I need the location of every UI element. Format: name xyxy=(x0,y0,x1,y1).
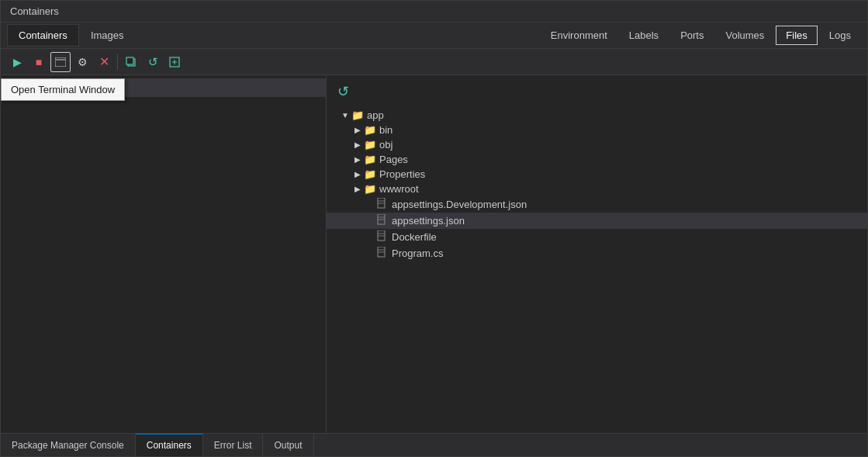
content-area: WebApplication3 ↺ ▼ 📁 app ▶ 📁 bin xyxy=(1,75,867,433)
copy-button[interactable] xyxy=(121,52,141,72)
tree-node-dockerfile[interactable]: ▶ Dockerfile xyxy=(327,229,867,245)
svg-rect-10 xyxy=(378,214,385,224)
file-icon-programcs xyxy=(376,247,389,260)
tab-environment[interactable]: Environment xyxy=(541,26,617,45)
attach-button[interactable] xyxy=(164,52,185,72)
svg-rect-3 xyxy=(126,57,133,64)
tree-label-app: app xyxy=(367,109,384,121)
stop-button[interactable]: ■ xyxy=(29,52,49,72)
top-tab-row: Containers Images Environment Labels Por… xyxy=(1,23,867,49)
file-icon-dockerfile xyxy=(376,230,389,244)
file-icon-appsettings-dev xyxy=(376,198,389,211)
tree-node-properties[interactable]: ▶ 📁 Properties xyxy=(327,167,867,182)
tab-images[interactable]: Images xyxy=(79,24,136,47)
bottom-tab-output[interactable]: Output xyxy=(263,434,313,456)
bottom-tabs: Package Manager Console Containers Error… xyxy=(1,433,867,456)
title-bar: Containers xyxy=(1,1,867,23)
svg-rect-7 xyxy=(378,198,385,208)
tab-volumes[interactable]: Volumes xyxy=(715,26,774,45)
tab-logs[interactable]: Logs xyxy=(819,26,861,45)
tree-node-appsettings[interactable]: ▶ appsettings.json xyxy=(327,213,867,229)
tree-label-obj: obj xyxy=(379,139,393,151)
chevron-app: ▼ xyxy=(339,111,351,119)
right-tabs: Environment Labels Ports Volumes Files L… xyxy=(541,26,861,45)
folder-icon-obj: 📁 xyxy=(364,139,376,151)
tree-label-bin: bin xyxy=(379,124,393,136)
tab-containers[interactable]: Containers xyxy=(7,24,79,47)
svg-rect-0 xyxy=(55,57,66,67)
container-list: WebApplication3 xyxy=(1,75,326,433)
bottom-tab-package-manager[interactable]: Package Manager Console xyxy=(1,434,136,456)
main-container: Containers Containers Images Environment… xyxy=(0,0,868,457)
tree-refresh-button[interactable]: ↺ xyxy=(333,81,353,102)
chevron-properties: ▶ xyxy=(351,170,364,178)
tree-label-appsettings: appsettings.json xyxy=(392,215,465,227)
toolbar-separator-1 xyxy=(117,54,118,70)
tab-labels[interactable]: Labels xyxy=(619,26,669,45)
tree-label-dockerfile: Dockerfile xyxy=(392,231,437,243)
svg-rect-13 xyxy=(378,230,385,241)
refresh-button[interactable]: ↺ xyxy=(143,52,163,72)
file-icon-appsettings xyxy=(376,214,389,227)
tree-label-wwwroot: wwwroot xyxy=(379,183,419,195)
bottom-tab-containers[interactable]: Containers xyxy=(136,434,203,456)
folder-icon-app: 📁 xyxy=(351,109,364,121)
svg-rect-16 xyxy=(378,247,385,257)
tooltip-open-terminal: Open Terminal Window xyxy=(1,78,125,101)
chevron-wwwroot: ▶ xyxy=(351,185,364,193)
tree-node-pages[interactable]: ▶ 📁 Pages xyxy=(327,152,867,167)
tab-ports[interactable]: Ports xyxy=(670,26,714,45)
window-title: Containers xyxy=(10,5,59,17)
tree-label-appsettings-dev: appsettings.Development.json xyxy=(392,199,527,210)
bottom-tab-error-list[interactable]: Error List xyxy=(203,434,264,456)
remove-button[interactable]: ✕ xyxy=(94,52,114,72)
toolbar: ▶ ■ ⚙ ✕ ↺ xyxy=(1,49,867,75)
tree-label-pages: Pages xyxy=(379,154,408,165)
left-panel: WebApplication3 xyxy=(1,75,327,433)
folder-icon-bin: 📁 xyxy=(364,124,376,136)
tree-node-obj[interactable]: ▶ 📁 obj xyxy=(327,137,867,152)
tree-label-programcs: Program.cs xyxy=(392,248,443,259)
right-panel: ↺ ▼ 📁 app ▶ 📁 bin ▶ 📁 obj xyxy=(327,75,867,433)
terminal-button[interactable] xyxy=(50,52,71,72)
start-button[interactable]: ▶ xyxy=(7,52,27,72)
tab-files[interactable]: Files xyxy=(776,26,817,45)
settings-button[interactable]: ⚙ xyxy=(72,52,92,72)
chevron-obj: ▶ xyxy=(351,140,364,149)
chevron-pages: ▶ xyxy=(351,155,364,164)
tree-node-wwwroot[interactable]: ▶ 📁 wwwroot xyxy=(327,182,867,196)
tree-node-bin[interactable]: ▶ 📁 bin xyxy=(327,123,867,137)
folder-icon-pages: 📁 xyxy=(364,154,376,165)
tree-node-appsettings-dev[interactable]: ▶ appsettings.Development.json xyxy=(327,196,867,213)
tree-label-properties: Properties xyxy=(379,168,425,180)
tree-node-app[interactable]: ▼ 📁 app xyxy=(327,108,867,123)
folder-icon-properties: 📁 xyxy=(364,168,376,180)
tree-node-programcs[interactable]: ▶ Program.cs xyxy=(327,245,867,261)
folder-icon-wwwroot: 📁 xyxy=(364,183,376,195)
chevron-bin: ▶ xyxy=(351,126,364,134)
